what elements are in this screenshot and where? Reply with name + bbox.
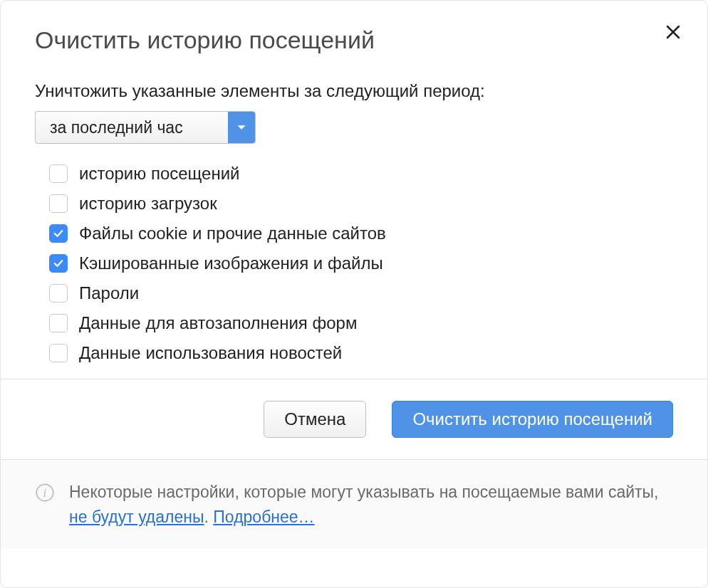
checkbox-unchecked-icon[interactable]: [49, 314, 68, 332]
option-row[interactable]: Файлы cookie и прочие данные сайтов: [49, 224, 673, 243]
info-link-not-deleted[interactable]: не будут удалены: [69, 508, 204, 526]
option-row[interactable]: Пароли: [49, 283, 673, 303]
checkbox-unchecked-icon[interactable]: [49, 344, 68, 362]
option-label: историю загрузок: [79, 194, 217, 214]
option-row[interactable]: историю посещений: [49, 164, 673, 184]
checkbox-unchecked-icon[interactable]: [49, 194, 68, 213]
option-label: Пароли: [79, 283, 139, 303]
svg-text:i: i: [43, 485, 47, 500]
cancel-button[interactable]: Отмена: [264, 401, 366, 438]
clear-history-dialog: Очистить историю посещений Уничтожить ук…: [0, 0, 708, 588]
checkbox-checked-icon[interactable]: [49, 224, 68, 243]
dialog-header: Очистить историю посещений: [1, 1, 707, 61]
checkbox-checked-icon[interactable]: [49, 254, 68, 273]
close-icon: [665, 23, 682, 41]
info-text-before: Некоторые настройки, которые могут указы…: [69, 483, 659, 501]
dialog-footer: Отмена Очистить историю посещений: [1, 379, 707, 460]
chevron-down-icon: [228, 112, 255, 143]
option-label: Данные для автозаполнения форм: [79, 313, 357, 333]
confirm-button[interactable]: Очистить историю посещений: [392, 401, 673, 438]
info-text-middle: .: [204, 508, 214, 526]
option-label: Кэшированные изображения и файлы: [79, 253, 383, 273]
dialog-body: Уничтожить указанные элементы за следующ…: [1, 61, 707, 379]
option-row[interactable]: Данные для автозаполнения форм: [49, 313, 673, 333]
option-row[interactable]: Кэшированные изображения и файлы: [49, 253, 673, 273]
period-select-value: за последний час: [36, 112, 228, 143]
options-list: историю посещенийисторию загрузокФайлы c…: [35, 164, 673, 363]
close-button[interactable]: [662, 21, 684, 43]
option-label: Данные использования новостей: [79, 343, 342, 363]
option-row[interactable]: историю загрузок: [49, 194, 673, 214]
dialog-title: Очистить историю посещений: [35, 26, 673, 54]
checkbox-unchecked-icon[interactable]: [49, 164, 68, 183]
info-text: Некоторые настройки, которые могут указы…: [69, 480, 673, 529]
option-label: историю посещений: [79, 164, 239, 184]
info-icon: i: [35, 483, 55, 503]
period-select[interactable]: за последний час: [35, 111, 256, 144]
option-row[interactable]: Данные использования новостей: [49, 343, 673, 363]
info-link-learn-more[interactable]: Подробнее…: [213, 508, 314, 526]
info-bar: i Некоторые настройки, которые могут ука…: [1, 460, 707, 549]
period-prompt: Уничтожить указанные элементы за следующ…: [35, 81, 673, 101]
option-label: Файлы cookie и прочие данные сайтов: [79, 224, 386, 243]
checkbox-unchecked-icon[interactable]: [49, 284, 68, 303]
